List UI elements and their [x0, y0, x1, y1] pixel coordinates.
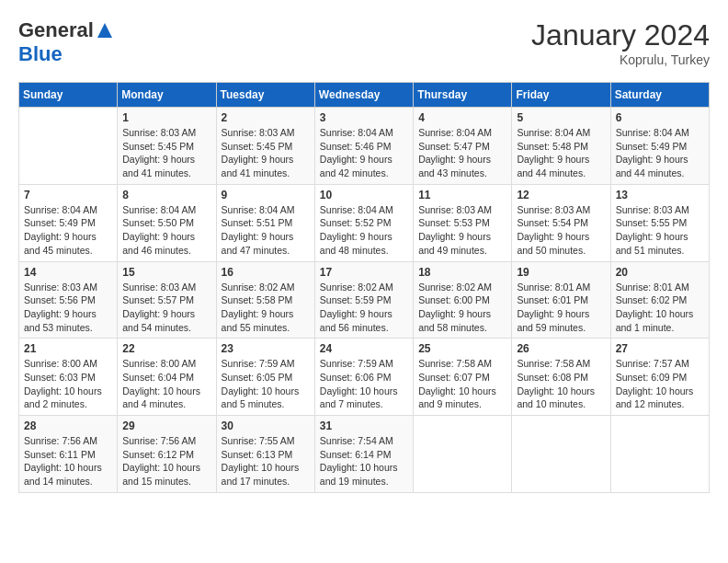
calendar-day-cell: 9Sunrise: 8:04 AMSunset: 5:51 PMDaylight…: [216, 184, 314, 261]
header: General Blue January 2024 Koprulu, Turke…: [18, 18, 710, 67]
day-number: 18: [418, 266, 506, 279]
calendar-day-cell: 17Sunrise: 8:02 AMSunset: 5:59 PMDayligh…: [314, 261, 413, 339]
day-number: 1: [122, 111, 210, 124]
calendar-day-cell: 2Sunrise: 8:03 AMSunset: 5:45 PMDaylight…: [216, 108, 314, 185]
calendar-day-cell: 25Sunrise: 7:58 AMSunset: 6:07 PMDayligh…: [414, 339, 512, 416]
calendar-body: 1Sunrise: 8:03 AMSunset: 5:45 PMDaylight…: [19, 108, 710, 493]
day-number: 7: [24, 189, 112, 201]
day-number: 15: [122, 266, 210, 279]
day-number: 17: [320, 266, 408, 279]
day-info: Sunrise: 8:03 AMSunset: 5:55 PMDaylight:…: [616, 203, 704, 258]
calendar-day-cell: 18Sunrise: 8:02 AMSunset: 6:00 PMDayligh…: [414, 261, 512, 339]
day-number: 4: [418, 111, 506, 124]
day-info: Sunrise: 7:59 AMSunset: 6:05 PMDaylight:…: [222, 357, 310, 411]
day-of-week-header: Friday: [512, 83, 610, 108]
calendar-day-cell: [414, 416, 512, 493]
calendar-day-cell: 29Sunrise: 7:56 AMSunset: 6:12 PMDayligh…: [118, 416, 216, 493]
calendar-day-cell: 30Sunrise: 7:55 AMSunset: 6:13 PMDayligh…: [216, 416, 314, 493]
day-info: Sunrise: 8:00 AMSunset: 6:03 PMDaylight:…: [24, 357, 112, 411]
calendar-table: SundayMondayTuesdayWednesdayThursdayFrid…: [18, 82, 710, 493]
day-info: Sunrise: 8:03 AMSunset: 5:45 PMDaylight:…: [122, 126, 210, 180]
calendar-day-cell: 16Sunrise: 8:02 AMSunset: 5:58 PMDayligh…: [216, 261, 314, 339]
location-subtitle: Koprulu, Turkey: [531, 52, 710, 67]
day-info: Sunrise: 8:04 AMSunset: 5:49 PMDaylight:…: [616, 126, 704, 180]
calendar-week-row: 1Sunrise: 8:03 AMSunset: 5:45 PMDaylight…: [19, 108, 710, 185]
calendar-week-row: 21Sunrise: 8:00 AMSunset: 6:03 PMDayligh…: [19, 339, 710, 416]
day-number: 11: [418, 189, 506, 201]
calendar-day-cell: 14Sunrise: 8:03 AMSunset: 5:56 PMDayligh…: [19, 261, 118, 339]
calendar-header-row: SundayMondayTuesdayWednesdayThursdayFrid…: [19, 83, 710, 108]
day-info: Sunrise: 7:56 AMSunset: 6:11 PMDaylight:…: [24, 434, 112, 488]
calendar-day-cell: [512, 416, 610, 493]
calendar-day-cell: [610, 416, 709, 493]
calendar-day-cell: 23Sunrise: 7:59 AMSunset: 6:05 PMDayligh…: [216, 339, 314, 416]
calendar-day-cell: 3Sunrise: 8:04 AMSunset: 5:46 PMDaylight…: [314, 108, 413, 185]
day-number: 26: [517, 342, 605, 355]
calendar-day-cell: 22Sunrise: 8:00 AMSunset: 6:04 PMDayligh…: [118, 339, 216, 416]
logo: General Blue: [18, 18, 114, 66]
day-info: Sunrise: 8:02 AMSunset: 5:59 PMDaylight:…: [320, 281, 408, 335]
calendar-day-cell: 11Sunrise: 8:03 AMSunset: 5:53 PMDayligh…: [414, 184, 512, 261]
day-number: 2: [222, 111, 310, 124]
calendar-day-cell: 6Sunrise: 8:04 AMSunset: 5:49 PMDaylight…: [610, 108, 709, 185]
day-number: 5: [517, 111, 605, 124]
logo-icon: [96, 21, 114, 40]
calendar-day-cell: 31Sunrise: 7:54 AMSunset: 6:14 PMDayligh…: [314, 416, 413, 493]
day-number: 30: [222, 419, 310, 432]
day-number: 29: [122, 419, 210, 432]
day-of-week-header: Monday: [118, 83, 216, 108]
day-info: Sunrise: 8:02 AMSunset: 6:00 PMDaylight:…: [418, 281, 506, 335]
calendar-day-cell: 13Sunrise: 8:03 AMSunset: 5:55 PMDayligh…: [610, 184, 709, 261]
day-number: 31: [320, 419, 408, 432]
day-number: 9: [222, 189, 310, 201]
calendar-week-row: 28Sunrise: 7:56 AMSunset: 6:11 PMDayligh…: [19, 416, 710, 493]
day-of-week-header: Sunday: [19, 83, 118, 108]
day-number: 16: [222, 266, 310, 279]
day-info: Sunrise: 8:01 AMSunset: 6:02 PMDaylight:…: [616, 281, 704, 335]
day-number: 19: [517, 266, 605, 279]
calendar-day-cell: 5Sunrise: 8:04 AMSunset: 5:48 PMDaylight…: [512, 108, 610, 185]
day-number: 8: [122, 189, 210, 201]
day-number: 21: [24, 342, 112, 355]
day-of-week-header: Tuesday: [216, 83, 314, 108]
day-info: Sunrise: 8:04 AMSunset: 5:50 PMDaylight:…: [122, 203, 210, 258]
logo-blue-text: Blue: [18, 42, 63, 65]
day-number: 23: [222, 342, 310, 355]
day-number: 22: [122, 342, 210, 355]
day-info: Sunrise: 8:00 AMSunset: 6:04 PMDaylight:…: [122, 357, 210, 411]
day-number: 27: [616, 342, 704, 355]
calendar-day-cell: 8Sunrise: 8:04 AMSunset: 5:50 PMDaylight…: [118, 184, 216, 261]
day-number: 12: [517, 189, 605, 201]
day-number: 24: [320, 342, 408, 355]
day-of-week-header: Wednesday: [314, 83, 413, 108]
day-info: Sunrise: 7:55 AMSunset: 6:13 PMDaylight:…: [222, 434, 310, 488]
day-of-week-header: Saturday: [610, 83, 709, 108]
calendar-day-cell: 1Sunrise: 8:03 AMSunset: 5:45 PMDaylight…: [118, 108, 216, 185]
svg-marker-0: [97, 23, 112, 38]
day-info: Sunrise: 8:03 AMSunset: 5:45 PMDaylight:…: [222, 126, 310, 180]
day-info: Sunrise: 7:59 AMSunset: 6:06 PMDaylight:…: [320, 357, 408, 411]
day-info: Sunrise: 8:01 AMSunset: 6:01 PMDaylight:…: [517, 281, 605, 335]
logo-general-text: General: [18, 18, 94, 42]
day-info: Sunrise: 8:03 AMSunset: 5:57 PMDaylight:…: [122, 281, 210, 335]
day-number: 28: [24, 419, 112, 432]
calendar-day-cell: 4Sunrise: 8:04 AMSunset: 5:47 PMDaylight…: [414, 108, 512, 185]
day-info: Sunrise: 8:02 AMSunset: 5:58 PMDaylight:…: [222, 281, 310, 335]
calendar-week-row: 14Sunrise: 8:03 AMSunset: 5:56 PMDayligh…: [19, 261, 710, 339]
day-number: 6: [616, 111, 704, 124]
day-number: 13: [616, 189, 704, 201]
day-info: Sunrise: 7:57 AMSunset: 6:09 PMDaylight:…: [616, 357, 704, 411]
day-number: 14: [24, 266, 112, 279]
calendar-day-cell: 19Sunrise: 8:01 AMSunset: 6:01 PMDayligh…: [512, 261, 610, 339]
calendar-day-cell: 24Sunrise: 7:59 AMSunset: 6:06 PMDayligh…: [314, 339, 413, 416]
day-number: 3: [320, 111, 408, 124]
calendar-day-cell: 15Sunrise: 8:03 AMSunset: 5:57 PMDayligh…: [118, 261, 216, 339]
day-info: Sunrise: 8:03 AMSunset: 5:56 PMDaylight:…: [24, 281, 112, 335]
calendar-day-cell: 12Sunrise: 8:03 AMSunset: 5:54 PMDayligh…: [512, 184, 610, 261]
day-info: Sunrise: 8:03 AMSunset: 5:54 PMDaylight:…: [517, 203, 605, 258]
calendar-day-cell: 10Sunrise: 8:04 AMSunset: 5:52 PMDayligh…: [314, 184, 413, 261]
day-number: 20: [616, 266, 704, 279]
calendar-week-row: 7Sunrise: 8:04 AMSunset: 5:49 PMDaylight…: [19, 184, 710, 261]
calendar-day-cell: [19, 108, 118, 185]
day-info: Sunrise: 8:04 AMSunset: 5:49 PMDaylight:…: [24, 203, 112, 258]
